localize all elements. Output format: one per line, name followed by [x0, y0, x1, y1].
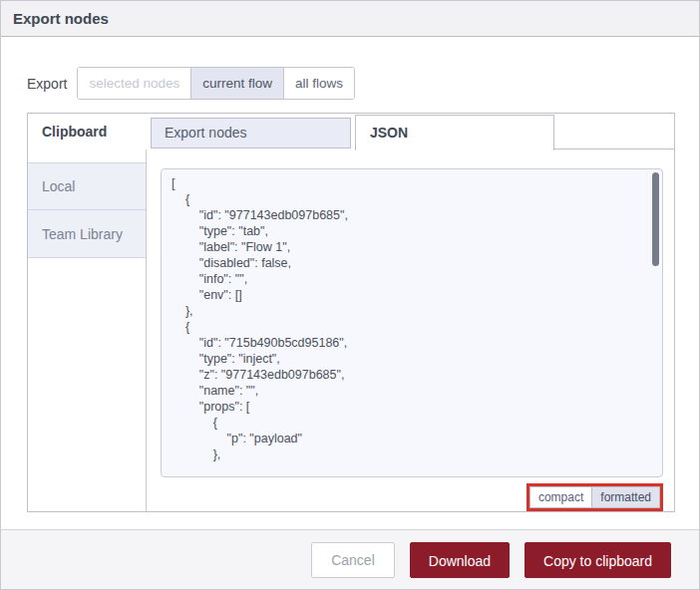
- format-toggle-highlight: compact formatted: [526, 483, 663, 511]
- format-toggle-row: compact formatted: [147, 483, 663, 511]
- library-panel: Clipboard Export nodes JSON Local Team L…: [27, 113, 675, 512]
- cancel-button[interactable]: Cancel: [311, 542, 395, 578]
- sidebar-item-team-library[interactable]: Team Library: [28, 210, 146, 258]
- export-scope-row: Export selected nodes current flow all f…: [27, 67, 355, 100]
- library-sidebar: Local Team Library: [28, 149, 147, 511]
- scope-all-flows-button[interactable]: all flows: [284, 68, 354, 99]
- export-scope-button-group: selected nodes current flow all flows: [77, 67, 355, 100]
- scope-current-flow-button[interactable]: current flow: [190, 68, 284, 99]
- download-button[interactable]: Download: [410, 542, 510, 578]
- library-content: Local Team Library [ { "id": "977143edb0…: [28, 149, 674, 511]
- json-editor-area: [ { "id": "977143edb097b685", "type": "t…: [147, 149, 674, 511]
- sidebar-item-local[interactable]: Local: [28, 162, 146, 210]
- library-tab-header: Clipboard Export nodes JSON: [28, 114, 674, 149]
- dialog-footer: Cancel Download Copy to clipboard: [1, 529, 699, 590]
- clipboard-heading: Clipboard: [42, 114, 107, 149]
- tab-export-nodes[interactable]: Export nodes: [151, 118, 351, 148]
- copy-to-clipboard-button[interactable]: Copy to clipboard: [525, 542, 671, 578]
- json-code-text[interactable]: [ { "id": "977143edb097b685", "type": "t…: [162, 169, 662, 468]
- footer-buttons: Cancel Download Copy to clipboard: [1, 530, 699, 578]
- export-scope-label: Export: [27, 76, 67, 92]
- dialog-titlebar: Export nodes: [1, 1, 699, 37]
- tab-json[interactable]: JSON: [355, 115, 554, 150]
- scrollbar-thumb[interactable]: [652, 172, 659, 266]
- formatted-button[interactable]: formatted: [591, 486, 660, 508]
- json-code-box[interactable]: [ { "id": "977143edb097b685", "type": "t…: [161, 168, 663, 477]
- compact-button[interactable]: compact: [529, 486, 591, 508]
- export-nodes-dialog: Export nodes Export selected nodes curre…: [0, 0, 700, 590]
- dialog-title: Export nodes: [13, 1, 109, 36]
- scope-selected-nodes-button[interactable]: selected nodes: [78, 68, 190, 99]
